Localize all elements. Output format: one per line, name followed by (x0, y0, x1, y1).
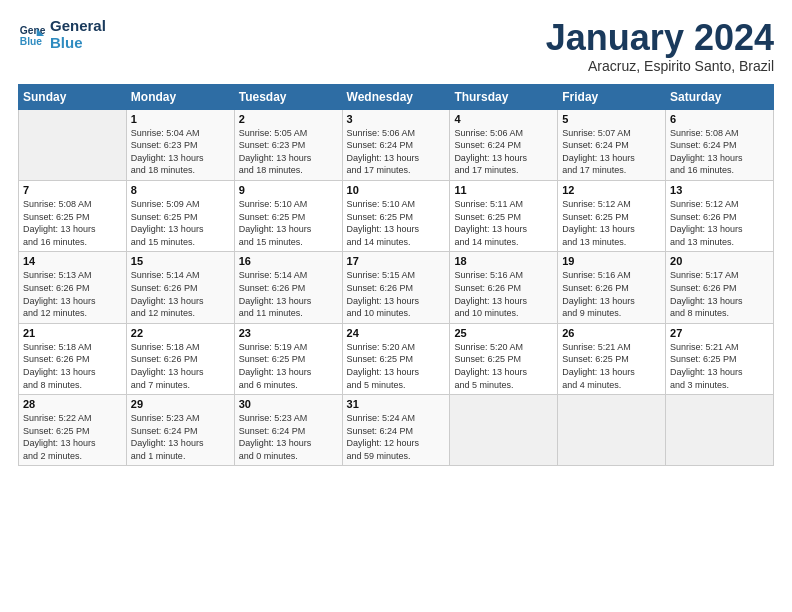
week-row-3: 14Sunrise: 5:13 AMSunset: 6:26 PMDayligh… (19, 252, 774, 323)
day-number: 20 (670, 255, 769, 267)
calendar-cell: 25Sunrise: 5:20 AMSunset: 6:25 PMDayligh… (450, 323, 558, 394)
calendar-cell: 27Sunrise: 5:21 AMSunset: 6:25 PMDayligh… (666, 323, 774, 394)
day-number: 7 (23, 184, 122, 196)
calendar-cell: 23Sunrise: 5:19 AMSunset: 6:25 PMDayligh… (234, 323, 342, 394)
day-detail: Sunrise: 5:18 AMSunset: 6:26 PMDaylight:… (131, 341, 230, 391)
day-number: 17 (347, 255, 446, 267)
day-detail: Sunrise: 5:21 AMSunset: 6:25 PMDaylight:… (562, 341, 661, 391)
calendar-cell (450, 395, 558, 466)
day-number: 8 (131, 184, 230, 196)
calendar-cell (558, 395, 666, 466)
calendar-cell: 13Sunrise: 5:12 AMSunset: 6:26 PMDayligh… (666, 180, 774, 251)
day-number: 29 (131, 398, 230, 410)
calendar-cell: 4Sunrise: 5:06 AMSunset: 6:24 PMDaylight… (450, 109, 558, 180)
svg-text:Blue: Blue (20, 36, 43, 47)
calendar-cell (19, 109, 127, 180)
day-number: 25 (454, 327, 553, 339)
header: General Blue General Blue January 2024 A… (18, 18, 774, 74)
day-number: 31 (347, 398, 446, 410)
calendar-cell: 28Sunrise: 5:22 AMSunset: 6:25 PMDayligh… (19, 395, 127, 466)
day-detail: Sunrise: 5:20 AMSunset: 6:25 PMDaylight:… (454, 341, 553, 391)
calendar-cell: 29Sunrise: 5:23 AMSunset: 6:24 PMDayligh… (126, 395, 234, 466)
logo: General Blue General Blue (18, 18, 106, 51)
day-detail: Sunrise: 5:15 AMSunset: 6:26 PMDaylight:… (347, 269, 446, 319)
day-number: 22 (131, 327, 230, 339)
calendar-cell: 8Sunrise: 5:09 AMSunset: 6:25 PMDaylight… (126, 180, 234, 251)
calendar-cell: 11Sunrise: 5:11 AMSunset: 6:25 PMDayligh… (450, 180, 558, 251)
day-detail: Sunrise: 5:18 AMSunset: 6:26 PMDaylight:… (23, 341, 122, 391)
day-detail: Sunrise: 5:08 AMSunset: 6:24 PMDaylight:… (670, 127, 769, 177)
day-detail: Sunrise: 5:11 AMSunset: 6:25 PMDaylight:… (454, 198, 553, 248)
logo-icon: General Blue (18, 21, 46, 49)
day-detail: Sunrise: 5:22 AMSunset: 6:25 PMDaylight:… (23, 412, 122, 462)
day-number: 13 (670, 184, 769, 196)
calendar-cell: 18Sunrise: 5:16 AMSunset: 6:26 PMDayligh… (450, 252, 558, 323)
day-detail: Sunrise: 5:17 AMSunset: 6:26 PMDaylight:… (670, 269, 769, 319)
day-number: 4 (454, 113, 553, 125)
week-row-5: 28Sunrise: 5:22 AMSunset: 6:25 PMDayligh… (19, 395, 774, 466)
week-row-2: 7Sunrise: 5:08 AMSunset: 6:25 PMDaylight… (19, 180, 774, 251)
calendar-header-row: SundayMondayTuesdayWednesdayThursdayFrid… (19, 84, 774, 109)
header-day-monday: Monday (126, 84, 234, 109)
day-detail: Sunrise: 5:10 AMSunset: 6:25 PMDaylight:… (239, 198, 338, 248)
calendar-cell: 6Sunrise: 5:08 AMSunset: 6:24 PMDaylight… (666, 109, 774, 180)
title-block: January 2024 Aracruz, Espirito Santo, Br… (546, 18, 774, 74)
header-day-sunday: Sunday (19, 84, 127, 109)
calendar-cell: 5Sunrise: 5:07 AMSunset: 6:24 PMDaylight… (558, 109, 666, 180)
header-day-wednesday: Wednesday (342, 84, 450, 109)
day-number: 10 (347, 184, 446, 196)
day-detail: Sunrise: 5:14 AMSunset: 6:26 PMDaylight:… (131, 269, 230, 319)
day-number: 23 (239, 327, 338, 339)
day-detail: Sunrise: 5:06 AMSunset: 6:24 PMDaylight:… (454, 127, 553, 177)
day-number: 9 (239, 184, 338, 196)
day-number: 3 (347, 113, 446, 125)
day-detail: Sunrise: 5:16 AMSunset: 6:26 PMDaylight:… (454, 269, 553, 319)
calendar-cell: 1Sunrise: 5:04 AMSunset: 6:23 PMDaylight… (126, 109, 234, 180)
calendar-cell: 19Sunrise: 5:16 AMSunset: 6:26 PMDayligh… (558, 252, 666, 323)
day-number: 24 (347, 327, 446, 339)
calendar-cell: 7Sunrise: 5:08 AMSunset: 6:25 PMDaylight… (19, 180, 127, 251)
day-number: 6 (670, 113, 769, 125)
calendar-cell: 3Sunrise: 5:06 AMSunset: 6:24 PMDaylight… (342, 109, 450, 180)
day-number: 16 (239, 255, 338, 267)
page: General Blue General Blue January 2024 A… (0, 0, 792, 476)
calendar-cell: 17Sunrise: 5:15 AMSunset: 6:26 PMDayligh… (342, 252, 450, 323)
header-day-thursday: Thursday (450, 84, 558, 109)
day-detail: Sunrise: 5:16 AMSunset: 6:26 PMDaylight:… (562, 269, 661, 319)
day-detail: Sunrise: 5:13 AMSunset: 6:26 PMDaylight:… (23, 269, 122, 319)
day-number: 21 (23, 327, 122, 339)
day-detail: Sunrise: 5:14 AMSunset: 6:26 PMDaylight:… (239, 269, 338, 319)
calendar-cell: 31Sunrise: 5:24 AMSunset: 6:24 PMDayligh… (342, 395, 450, 466)
day-detail: Sunrise: 5:04 AMSunset: 6:23 PMDaylight:… (131, 127, 230, 177)
day-number: 19 (562, 255, 661, 267)
calendar-cell: 22Sunrise: 5:18 AMSunset: 6:26 PMDayligh… (126, 323, 234, 394)
calendar-cell: 14Sunrise: 5:13 AMSunset: 6:26 PMDayligh… (19, 252, 127, 323)
week-row-1: 1Sunrise: 5:04 AMSunset: 6:23 PMDaylight… (19, 109, 774, 180)
day-detail: Sunrise: 5:24 AMSunset: 6:24 PMDaylight:… (347, 412, 446, 462)
day-detail: Sunrise: 5:05 AMSunset: 6:23 PMDaylight:… (239, 127, 338, 177)
day-detail: Sunrise: 5:21 AMSunset: 6:25 PMDaylight:… (670, 341, 769, 391)
calendar-table: SundayMondayTuesdayWednesdayThursdayFrid… (18, 84, 774, 467)
calendar-cell (666, 395, 774, 466)
subtitle: Aracruz, Espirito Santo, Brazil (546, 58, 774, 74)
calendar-cell: 30Sunrise: 5:23 AMSunset: 6:24 PMDayligh… (234, 395, 342, 466)
day-detail: Sunrise: 5:19 AMSunset: 6:25 PMDaylight:… (239, 341, 338, 391)
day-detail: Sunrise: 5:06 AMSunset: 6:24 PMDaylight:… (347, 127, 446, 177)
month-title: January 2024 (546, 18, 774, 58)
calendar-cell: 16Sunrise: 5:14 AMSunset: 6:26 PMDayligh… (234, 252, 342, 323)
day-detail: Sunrise: 5:23 AMSunset: 6:24 PMDaylight:… (239, 412, 338, 462)
day-detail: Sunrise: 5:12 AMSunset: 6:26 PMDaylight:… (670, 198, 769, 248)
day-detail: Sunrise: 5:08 AMSunset: 6:25 PMDaylight:… (23, 198, 122, 248)
logo-line1: General (50, 18, 106, 35)
day-number: 1 (131, 113, 230, 125)
week-row-4: 21Sunrise: 5:18 AMSunset: 6:26 PMDayligh… (19, 323, 774, 394)
day-number: 2 (239, 113, 338, 125)
day-number: 14 (23, 255, 122, 267)
day-detail: Sunrise: 5:10 AMSunset: 6:25 PMDaylight:… (347, 198, 446, 248)
day-number: 11 (454, 184, 553, 196)
day-detail: Sunrise: 5:20 AMSunset: 6:25 PMDaylight:… (347, 341, 446, 391)
day-detail: Sunrise: 5:12 AMSunset: 6:25 PMDaylight:… (562, 198, 661, 248)
calendar-cell: 12Sunrise: 5:12 AMSunset: 6:25 PMDayligh… (558, 180, 666, 251)
logo-line2: Blue (50, 35, 106, 52)
day-number: 15 (131, 255, 230, 267)
